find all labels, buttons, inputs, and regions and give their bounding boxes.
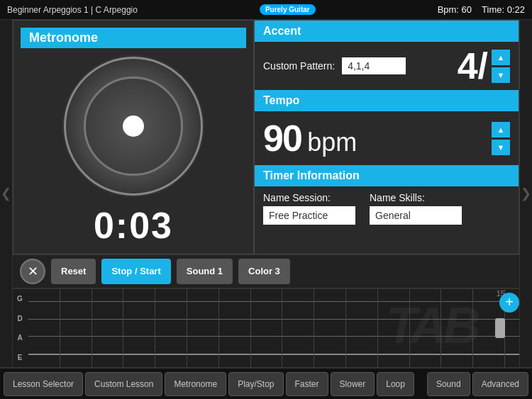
tempo-row: 90 bpm ▲ ▼: [255, 111, 519, 165]
faster-button[interactable]: Faster: [286, 372, 328, 396]
string-label-g: G: [17, 295, 23, 303]
metronome-timer: 0:03: [94, 204, 173, 247]
metronome-panel: Metronome 0:03: [13, 20, 254, 254]
scroll-handle[interactable]: [495, 318, 505, 338]
metronome-display: 0:03: [21, 55, 246, 247]
name-session-input[interactable]: [263, 206, 355, 225]
custom-pattern-input[interactable]: [342, 57, 406, 74]
center-content: Metronome 0:03 Accent: [13, 20, 519, 367]
fraction-display: 4/ ▲ ▼: [458, 47, 510, 84]
fret-line-5: [155, 289, 187, 367]
fret-line-12: [378, 289, 410, 367]
color3-button[interactable]: Color 3: [238, 259, 290, 284]
right-control-panel: Accent Custom Pattern: 4/ ▲ ▼ Tempo: [254, 20, 519, 254]
time-display: Time: 0:22: [482, 4, 525, 15]
fret-line-13: [410, 289, 442, 367]
right-nav-arrow[interactable]: ❯: [519, 20, 532, 367]
lesson-selector-button[interactable]: Lesson Selector: [4, 372, 83, 396]
controls-row: ✕ Reset Stop / Start Sound 1 Color 3: [13, 254, 519, 288]
fret-line-11: [346, 289, 378, 367]
tempo-unit: bpm: [307, 128, 357, 157]
name-skills-label: Name Skills:: [370, 192, 462, 203]
name-session-label: Name Session:: [263, 192, 355, 203]
string-labels: G D A E: [13, 289, 27, 367]
center-dot: [123, 116, 144, 137]
accent-section: Accent: [255, 21, 519, 42]
slower-button[interactable]: Slower: [331, 372, 375, 396]
loop-button[interactable]: Loop: [377, 372, 414, 396]
name-row: Name Session: Name Skills:: [255, 186, 519, 230]
header-title: Beginner Arpeggios 1 | C Arpeggio: [7, 5, 138, 15]
fret-overlay: [28, 289, 505, 367]
fraction-up-arrow[interactable]: ▲: [492, 50, 510, 65]
logo-badge: Purely Guitar: [260, 4, 316, 15]
advanced-button[interactable]: Advanced: [472, 372, 528, 396]
tempo-display: 90 bpm: [263, 117, 357, 159]
fret-line-1: [28, 289, 60, 367]
sound1-button[interactable]: Sound 1: [177, 259, 233, 284]
string-label-d: D: [17, 315, 22, 322]
sound-button[interactable]: Sound: [427, 372, 470, 396]
outer-ring: [62, 55, 204, 197]
custom-lesson-button[interactable]: Custom Lesson: [85, 372, 162, 396]
fret-line-3: [92, 289, 124, 367]
top-panels: Metronome 0:03 Accent: [13, 20, 519, 254]
fret-line-9: [282, 289, 314, 367]
fretboard: 15 TAB G D A E: [13, 288, 519, 367]
fret-line-14: [441, 289, 473, 367]
metronome-button[interactable]: Metronome: [165, 372, 226, 396]
main-content: ❮ Metronome 0:03: [0, 20, 532, 367]
app-title: Beginner Arpeggios 1 | C Arpeggio: [7, 5, 138, 15]
metronome-circle: [62, 55, 204, 197]
string-label-e: E: [18, 354, 23, 361]
name-skills-input[interactable]: [370, 206, 462, 225]
custom-pattern-label: Custom Pattern:: [263, 60, 335, 72]
plus-button[interactable]: +: [499, 293, 519, 313]
reset-button[interactable]: Reset: [51, 259, 96, 284]
name-skills-group: Name Skills:: [370, 192, 462, 225]
inner-ring: [84, 77, 183, 176]
custom-pattern-row: Custom Pattern: 4/ ▲ ▼: [255, 42, 519, 90]
timer-info-section: Timer Information: [255, 165, 519, 186]
footer: Lesson Selector Custom Lesson Metronome …: [0, 367, 532, 399]
fret-line-8: [251, 289, 283, 367]
tempo-value: 90: [263, 118, 301, 159]
play-stop-button[interactable]: Play/Stop: [228, 372, 283, 396]
fret-line-4: [123, 289, 155, 367]
fret-line-7: [219, 289, 251, 367]
bpm-display: Bpm: 60: [438, 4, 472, 15]
fret-line-6: [187, 289, 219, 367]
string-label-a: A: [17, 334, 22, 342]
name-session-group: Name Session:: [263, 192, 355, 225]
close-button[interactable]: ✕: [20, 259, 45, 284]
tempo-section: Tempo: [255, 90, 519, 111]
tempo-down-arrow[interactable]: ▼: [492, 140, 510, 155]
fraction-arrows: ▲ ▼: [492, 50, 510, 83]
fret-line-2: [60, 289, 92, 367]
metronome-title: Metronome: [21, 28, 246, 48]
bpm-time-display: Bpm: 60 Time: 0:22: [438, 4, 525, 15]
fret-line-10: [314, 289, 346, 367]
tempo-up-arrow[interactable]: ▲: [492, 122, 510, 137]
app-header: Beginner Arpeggios 1 | C Arpeggio Purely…: [0, 0, 532, 20]
left-nav-arrow[interactable]: ❮: [0, 20, 13, 367]
tempo-arrows: ▲ ▼: [492, 122, 510, 155]
fraction-down-arrow[interactable]: ▼: [492, 67, 510, 83]
fraction-value: 4/: [458, 47, 488, 84]
stop-start-button[interactable]: Stop / Start: [101, 259, 170, 284]
